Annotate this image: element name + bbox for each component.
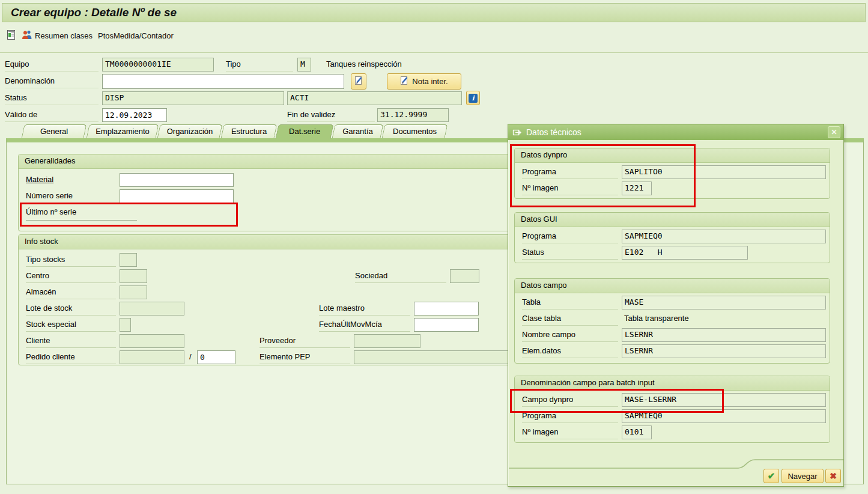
clase-tabla-label: Clase tabla: [522, 314, 618, 326]
nombre-campo-field[interactable]: LSERNR: [622, 328, 826, 342]
nota-inter-label: Nota inter.: [412, 77, 448, 86]
pedido-cliente-field[interactable]: [120, 350, 184, 364]
sap-window: Crear equipo : Detalle Nº de se Resumen …: [0, 0, 868, 494]
gui-programa-label: Programa: [522, 231, 618, 243]
tab-estructura[interactable]: Estructura: [221, 124, 278, 138]
status-field-1[interactable]: DISP: [102, 91, 284, 105]
gui-status-label: Status: [522, 248, 618, 260]
tab-emplazamiento[interactable]: Emplazamiento: [86, 124, 159, 138]
valido-de-input[interactable]: [102, 108, 167, 122]
batch-input-group: Denominación campo para batch input Camp…: [514, 376, 830, 443]
dialog-window-icon: [512, 128, 522, 136]
sociedad-label: Sociedad: [355, 271, 446, 283]
campo-dynpro-field[interactable]: MASE-LSERNR: [622, 393, 826, 407]
ptosmedida-contador-button[interactable]: PtosMedida/Contador: [98, 31, 174, 40]
batch-programa-field[interactable]: SAPMIEQ0: [622, 409, 826, 423]
datos-campo-header: Datos campo: [515, 279, 830, 293]
centro-label: Centro: [26, 271, 116, 283]
stock-especial-field[interactable]: [120, 318, 131, 332]
numero-serie-input[interactable]: [120, 189, 234, 203]
tipo-stocks-field[interactable]: [120, 253, 137, 267]
confirm-button[interactable]: ✔: [763, 469, 779, 483]
denominacion-input[interactable]: [102, 74, 344, 89]
cancel-button[interactable]: ✖: [825, 469, 841, 483]
tab-organizacion[interactable]: Organización: [157, 124, 223, 138]
batch-imagen-field[interactable]: 0101: [622, 425, 652, 439]
dynpro-programa-label: Programa: [522, 167, 618, 179]
status-field-2[interactable]: ACTI: [287, 91, 462, 105]
dialog-title: Datos técnicos: [526, 127, 581, 137]
pedido-cliente-label: Pedido cliente: [26, 352, 116, 364]
batch-input-header: Denominación campo para batch input: [515, 376, 830, 391]
tab-documentos[interactable]: Documentos: [382, 124, 448, 138]
material-input[interactable]: [120, 173, 234, 187]
datos-dynpro-group: Datos dynpro Programa SAPLITO0 Nº imagen…: [514, 148, 830, 199]
campo-tabla-field[interactable]: MASE: [622, 296, 826, 310]
tab-general[interactable]: General: [22, 124, 87, 138]
valido-de-label: Válido de: [5, 110, 99, 122]
pencil-icon: [400, 76, 409, 87]
fin-validez-field[interactable]: 31.12.9999: [377, 108, 449, 122]
overview-button[interactable]: [4, 28, 19, 43]
dialog-close-button[interactable]: ✕: [828, 126, 840, 138]
material-label[interactable]: Material: [26, 175, 53, 186]
fecha-ult-mov-input[interactable]: [414, 318, 479, 332]
tab-dat-serie[interactable]: Dat.serie: [275, 124, 333, 139]
dialog-footer-separator: [509, 453, 843, 471]
numero-serie-label: Número serie: [26, 191, 116, 203]
edit-text-button[interactable]: [351, 73, 366, 90]
elemento-pep-label: Elemento PEP: [259, 352, 350, 364]
lote-stock-field[interactable]: [120, 302, 184, 316]
status-label: Status: [5, 93, 99, 105]
lote-maestro-input[interactable]: [414, 302, 479, 316]
tipo-label: Tipo: [226, 59, 293, 72]
pencil-icon: [354, 76, 363, 87]
nombre-campo-label: Nombre campo: [522, 330, 618, 342]
document-overview-icon: [6, 29, 17, 42]
dynpro-imagen-label: Nº imagen: [522, 183, 618, 195]
red-x-icon: ✖: [830, 471, 837, 481]
datos-campo-group: Datos campo Tabla MASE Clase tabla Tabla…: [514, 278, 830, 364]
tab-garantia[interactable]: Garantía: [332, 124, 384, 138]
dynpro-programa-field[interactable]: SAPLITO0: [622, 165, 826, 179]
datos-dynpro-header: Datos dynpro: [515, 148, 830, 163]
elem-datos-field[interactable]: LSERNR: [622, 344, 826, 358]
fin-validez-label: Fin de validez: [287, 110, 375, 122]
tipo-stocks-label: Tipo stocks: [26, 255, 116, 267]
ultimo-numero-serie-label: Último nº serie: [26, 207, 137, 221]
navegar-label: Navegar: [788, 472, 817, 481]
datos-gui-group: Datos GUI Programa SAPMIEQ0 Status E102 …: [514, 212, 830, 263]
sociedad-field[interactable]: [450, 269, 479, 283]
batch-programa-label: Programa: [522, 411, 618, 423]
status-info-button[interactable]: i: [466, 91, 480, 105]
resumen-clases-button[interactable]: Resumen clases: [35, 31, 93, 40]
equipo-field[interactable]: TM0000000001IE: [102, 58, 214, 72]
tipo-field[interactable]: M: [297, 58, 311, 72]
tipo-description: Tanques reinspección: [326, 59, 402, 71]
pedido-posicion-input[interactable]: [197, 350, 235, 364]
green-check-icon: ✔: [768, 471, 775, 481]
partners-button[interactable]: [19, 28, 35, 43]
nota-inter-button[interactable]: Nota inter.: [387, 73, 461, 90]
navegar-button[interactable]: Navegar: [782, 469, 824, 483]
fecha-ult-mov-label: FechaÚltMovMcía: [319, 320, 410, 332]
proveedor-field[interactable]: [354, 334, 420, 348]
cliente-field[interactable]: [120, 334, 184, 348]
denominacion-label: Denominación: [5, 76, 99, 88]
campo-dynpro-label: Campo dynpro: [522, 395, 618, 407]
gui-programa-field[interactable]: SAPMIEQ0: [622, 230, 826, 243]
gui-status-field[interactable]: E102 H: [622, 246, 748, 260]
elemento-pep-field[interactable]: [354, 350, 531, 364]
proveedor-label: Proveedor: [259, 336, 350, 348]
campo-tabla-label: Tabla: [522, 297, 618, 310]
dialog-title-bar: Datos técnicos ✕: [508, 124, 843, 140]
datos-gui-header: Datos GUI: [515, 213, 830, 227]
pedido-separator: /: [189, 352, 192, 364]
almacen-field[interactable]: [120, 285, 147, 299]
window-title-bar: Crear equipo : Detalle Nº de se: [2, 3, 866, 22]
batch-imagen-label: Nº imagen: [522, 427, 618, 439]
dynpro-imagen-field[interactable]: 1221: [622, 181, 652, 195]
page-title: Crear equipo : Detalle Nº de se: [2, 6, 177, 19]
two-persons-icon: [21, 29, 33, 41]
centro-field[interactable]: [120, 269, 147, 283]
